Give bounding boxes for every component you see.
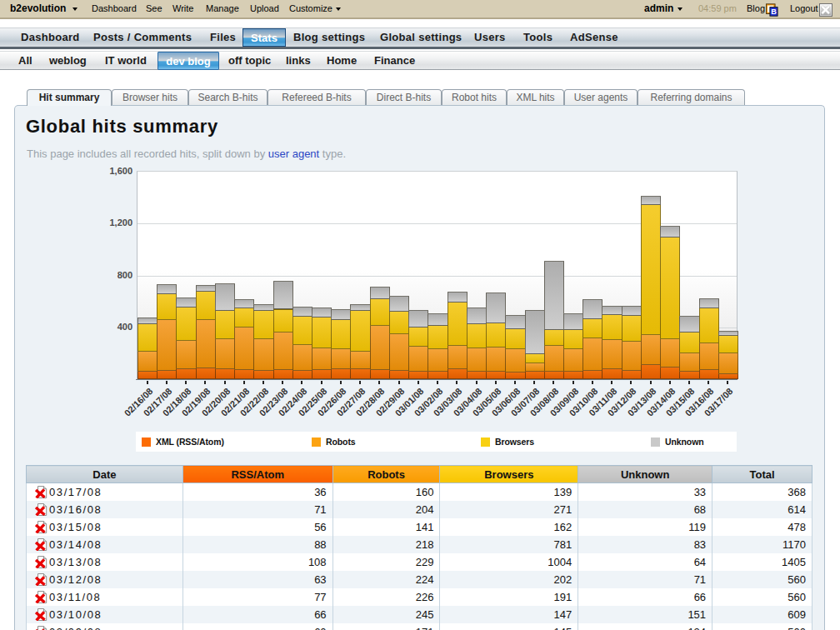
svg-text:B: B [771,8,777,16]
